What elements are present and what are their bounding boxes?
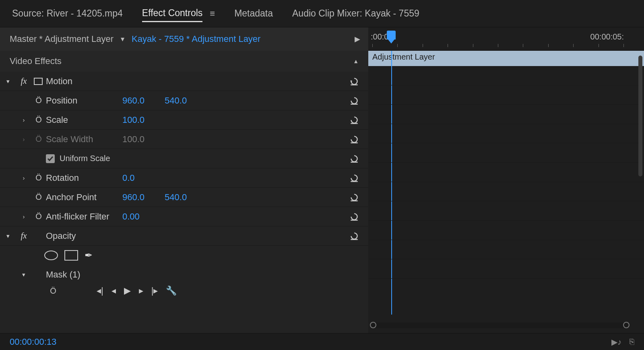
reset-button[interactable] (344, 76, 364, 87)
reset-button[interactable] (344, 173, 364, 183)
tab-source[interactable]: Source: River - 14205.mp4 (12, 6, 123, 21)
panel-footer: 00:00:00:13 ▶♪ ⎘ (0, 333, 644, 350)
tab-effect-controls[interactable]: Effect Controls (142, 5, 202, 22)
time-ruler[interactable]: :00:00 00:00:05: (368, 27, 644, 51)
clip-breadcrumb: Master * Adjustment Layer ▾ Kayak - 7559… (0, 27, 368, 51)
scale-width-label: Scale Width (46, 134, 122, 145)
anchor-point-label: Anchor Point (46, 192, 122, 203)
property-anti-flicker: › Ö Anti-flicker Filter 0.00 (0, 207, 368, 226)
motion-label: Motion (46, 76, 122, 87)
scale-label: Scale (46, 115, 122, 125)
rectangle-mask-button[interactable] (64, 250, 78, 261)
anchor-x-value[interactable]: 960.0 (122, 192, 144, 203)
property-scale: › Ö Scale 100.0 (0, 110, 368, 130)
position-label: Position (46, 95, 122, 106)
scale-value[interactable]: 100.0 (122, 115, 144, 125)
wrench-icon[interactable]: 🔧 (166, 286, 177, 296)
tab-audio-clip-mixer[interactable]: Audio Clip Mixer: Kayak - 7559 (292, 6, 419, 21)
anchor-y-value[interactable]: 540.0 (165, 192, 187, 203)
stopwatch-icon[interactable]: Ö (35, 173, 42, 182)
property-scale-width: › Ö Scale Width 100.0 (0, 130, 368, 149)
chevron-down-icon[interactable]: ▾ (22, 271, 25, 278)
next-keyframe-icon[interactable]: |▸ (151, 286, 158, 296)
opacity-label: Opacity (46, 231, 122, 241)
chevron-down-icon[interactable]: ▾ (6, 232, 10, 240)
stopwatch-icon[interactable]: Ö (50, 286, 56, 296)
mask-shape-tools: ✒ (0, 246, 368, 265)
panel-menu-icon[interactable]: ≡ (210, 8, 215, 19)
effect-opacity[interactable]: ▾ fx Opacity (0, 226, 368, 246)
reset-button[interactable] (344, 115, 364, 125)
property-uniform-scale: Uniform Scale (0, 149, 368, 168)
ellipse-mask-button[interactable] (44, 251, 58, 260)
ruler-ticks (372, 44, 624, 48)
play-icon[interactable]: ▶ (124, 286, 131, 296)
property-position: Ö Position 960.0 540.0 (0, 91, 368, 110)
play-icon[interactable]: ▶ (355, 35, 368, 43)
position-x-value[interactable]: 960.0 (122, 95, 144, 106)
export-icon[interactable]: ⎘ (630, 337, 634, 347)
anti-flicker-label: Anti-flicker Filter (46, 211, 122, 222)
uniform-scale-checkbox[interactable] (46, 154, 55, 163)
prev-frame-icon[interactable]: ◂ (111, 286, 116, 296)
video-effects-header[interactable]: Video Effects ▲ (0, 51, 368, 72)
collapse-icon[interactable]: ▲ (353, 58, 359, 64)
current-timecode[interactable]: 00:00:00:13 (10, 337, 56, 347)
scale-width-value: 100.0 (122, 134, 144, 145)
transform-box-icon[interactable] (31, 78, 46, 85)
stopwatch-icon[interactable]: Ö (35, 212, 42, 221)
position-y-value[interactable]: 540.0 (165, 95, 187, 106)
prev-keyframe-icon[interactable]: ◂| (97, 286, 103, 296)
scroll-handle-right[interactable] (623, 322, 630, 328)
scroll-handle-left[interactable] (370, 322, 376, 328)
stopwatch-icon[interactable]: Ö (35, 96, 42, 105)
property-rotation: › Ö Rotation 0.0 (0, 168, 368, 188)
next-frame-icon[interactable]: ▸ (139, 286, 143, 296)
stopwatch-icon: Ö (35, 135, 42, 144)
tab-metadata[interactable]: Metadata (234, 6, 273, 21)
reset-button[interactable] (344, 211, 364, 222)
rotation-value[interactable]: 0.0 (122, 173, 135, 183)
breadcrumb-clip[interactable]: Kayak - 7559 * Adjustment Layer (132, 34, 355, 44)
breadcrumb-dropdown-icon[interactable]: ▾ (114, 35, 132, 43)
toggle-timeline-icon[interactable]: ▶♪ (611, 337, 621, 347)
playhead[interactable] (387, 31, 396, 39)
reset-button[interactable] (344, 192, 364, 203)
effect-motion[interactable]: ▾ fx Motion (0, 72, 368, 91)
timeline-area: :00:00 00:00:05: Adjustment Layer (368, 27, 644, 333)
vertical-scrollbar[interactable] (638, 56, 642, 176)
panel-tabs: Source: River - 14205.mp4 Effect Control… (0, 0, 644, 27)
fx-badge[interactable]: fx (21, 76, 27, 86)
horizontal-scrollbar[interactable] (372, 323, 628, 328)
mask-path-row: Ö ◂| ◂ ▶ ▸ |▸ 🔧 (0, 284, 368, 297)
chevron-right-icon[interactable]: › (23, 174, 25, 181)
effect-controls-panel: Master * Adjustment Layer ▾ Kayak - 7559… (0, 27, 368, 333)
breadcrumb-master[interactable]: Master * Adjustment Layer (0, 34, 114, 44)
reset-button[interactable] (344, 231, 364, 241)
video-effects-label: Video Effects (10, 56, 62, 66)
pen-mask-button[interactable]: ✒ (85, 250, 93, 261)
reset-button[interactable] (344, 134, 364, 145)
fx-badge[interactable]: fx (21, 231, 27, 241)
reset-button[interactable] (344, 95, 364, 106)
stopwatch-icon[interactable]: Ö (35, 193, 42, 202)
mask-group[interactable]: ▾ Mask (1) (0, 265, 368, 284)
property-anchor-point: Ö Anchor Point 960.0 540.0 (0, 188, 368, 207)
ruler-end-time: 00:00:05: (590, 32, 624, 41)
rotation-label: Rotation (46, 173, 122, 183)
chevron-right-icon[interactable]: › (23, 136, 25, 143)
uniform-scale-label: Uniform Scale (60, 154, 110, 163)
reset-button[interactable] (344, 153, 364, 164)
stopwatch-icon[interactable]: Ö (35, 115, 42, 124)
anti-flicker-value[interactable]: 0.00 (122, 211, 140, 222)
chevron-down-icon[interactable]: ▾ (6, 78, 10, 85)
timeline-clip[interactable]: Adjustment Layer (368, 51, 644, 66)
chevron-right-icon[interactable]: › (23, 213, 25, 220)
chevron-right-icon[interactable]: › (23, 116, 25, 123)
mask-label: Mask (1) (46, 269, 122, 280)
